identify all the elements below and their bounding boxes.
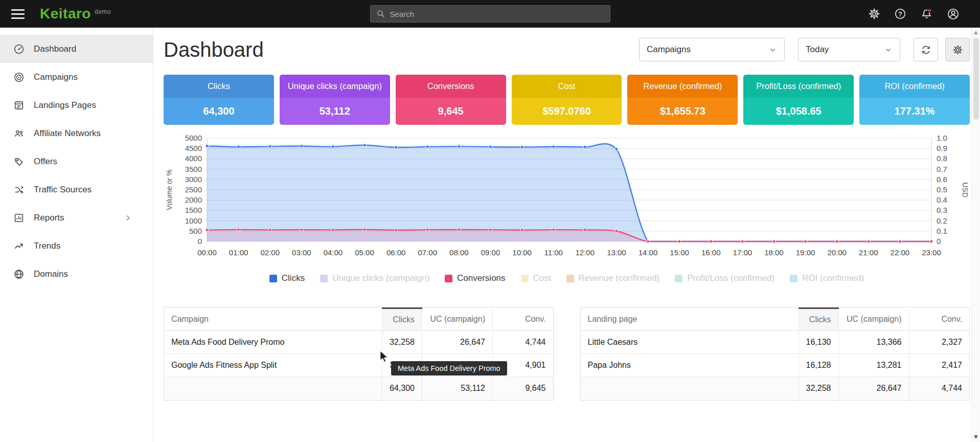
legend-label: Clicks (282, 273, 305, 283)
keitaro-logo[interactable]: Keitarodemo (40, 6, 111, 22)
scroll-up-button[interactable] (974, 31, 978, 34)
reports-icon (13, 212, 25, 224)
cell-empty (164, 377, 382, 400)
sidebar-item-domains[interactable]: Domains (0, 260, 153, 288)
legend-item-profit-loss[interactable]: Profit/Loss (confirmed) (675, 273, 774, 283)
sidebar-item-trends[interactable]: Trends (0, 232, 153, 260)
svg-text:01:00: 01:00 (229, 248, 248, 257)
svg-text:13:00: 13:00 (607, 248, 626, 257)
svg-text:1500: 1500 (185, 206, 202, 214)
account-button[interactable] (947, 8, 960, 20)
metric-label: Profit/Loss (confirmed) (743, 75, 854, 98)
cell-empty (581, 377, 799, 400)
gear-icon (868, 8, 880, 20)
metric-value: 53,112 (280, 98, 390, 125)
chevron-down-icon (768, 46, 777, 54)
sidebar-item-reports[interactable]: Reports (0, 204, 153, 232)
notifications-button[interactable] (920, 8, 933, 20)
totals-row: 32,258 26,647 4,744 (581, 377, 970, 400)
campaigns-header-clicks[interactable]: Clicks (382, 308, 422, 331)
campaigns-table: Campaign Clicks UC (campaign) Conv. Meta… (164, 307, 554, 401)
table-row[interactable]: Papa Johns 16,128 13,281 2,417 (581, 354, 970, 377)
search-input[interactable] (390, 10, 604, 18)
landings-header-landing-page[interactable]: Landing page (581, 308, 799, 331)
metric-card-conversions[interactable]: Conversions 9,645 (396, 75, 506, 125)
svg-text:20:00: 20:00 (827, 248, 847, 257)
cell-conv: 4,744 (493, 331, 553, 354)
sidebar-item-label: Landings Pages (34, 100, 96, 110)
svg-text:08:00: 08:00 (449, 248, 469, 257)
sidebar-item-label: Traffic Sources (34, 185, 92, 195)
refresh-icon (921, 45, 931, 55)
campaigns-header-conv[interactable]: Conv. (493, 308, 553, 331)
sidebar-item-affiliate-networks[interactable]: Affiliate Networks (0, 119, 153, 147)
sidebar-item-campaigns[interactable]: Campaigns (0, 63, 153, 91)
metric-card-unique-clicks[interactable]: Unique clicks (campaign) 53,112 (280, 75, 390, 125)
landings-header-uc[interactable]: UC (campaign) (838, 308, 909, 331)
metric-label: Revenue (confirmed) (627, 75, 738, 98)
legend-item-unique-clicks[interactable]: Unique clicks (campaign) (320, 273, 429, 283)
vertical-scrollbar[interactable] (971, 28, 980, 442)
legend-label: Cost (533, 273, 551, 283)
legend-item-cost[interactable]: Cost (521, 273, 551, 283)
campaigns-header-campaign[interactable]: Campaign (164, 308, 382, 331)
legend-item-clicks[interactable]: Clicks (269, 273, 305, 283)
svg-text:Volume or %: Volume or % (165, 169, 173, 210)
bell-icon (920, 8, 933, 20)
scroll-down-button[interactable] (974, 435, 978, 439)
svg-text:0.4: 0.4 (937, 195, 947, 204)
menu-icon[interactable] (11, 9, 25, 19)
date-range-select[interactable]: Today (798, 38, 900, 61)
table-row[interactable]: Meta Ads Food Delivery Promo 32,258 26,6… (164, 331, 553, 354)
campaigns-header-uc[interactable]: UC (campaign) (422, 308, 493, 331)
chevron-right-icon (124, 214, 141, 224)
landings-header-conv[interactable]: Conv. (909, 308, 969, 331)
cell-total-conv: 4,744 (909, 377, 969, 400)
legend-swatch (790, 275, 797, 282)
settings-button[interactable] (868, 8, 880, 20)
dashboard-settings-button[interactable] (945, 38, 970, 61)
trends-icon (13, 240, 25, 252)
svg-text:16:00: 16:00 (701, 248, 721, 257)
svg-text:22:00: 22:00 (891, 248, 910, 257)
chevron-down-icon (884, 46, 893, 54)
legend-swatch (445, 275, 452, 282)
metric-card-cost[interactable]: Cost $597.0760 (512, 75, 622, 125)
help-button[interactable]: ? (894, 8, 906, 20)
svg-text:2000: 2000 (185, 195, 202, 204)
legend-item-revenue[interactable]: Revenue (confirmed) (566, 273, 660, 283)
gear-icon (952, 45, 963, 55)
dashboard-chart[interactable]: 0500100015002000250030003500400045005000… (164, 133, 970, 265)
sidebar-item-label: Domains (34, 269, 68, 279)
group-by-value: Campaigns (647, 45, 691, 55)
metric-label: Conversions (396, 75, 506, 98)
svg-text:3000: 3000 (185, 175, 202, 184)
sidebar-item-label: Reports (34, 213, 64, 223)
global-search[interactable] (370, 5, 610, 23)
group-by-select[interactable]: Campaigns (639, 38, 785, 61)
legend-item-conversions[interactable]: Conversions (445, 273, 506, 283)
sidebar-item-traffic-sources[interactable]: Traffic Sources (0, 175, 153, 204)
metric-label: ROI (confirmed) (859, 75, 970, 98)
sidebar-item-dashboard[interactable]: Dashboard (0, 35, 153, 63)
metric-label: Cost (512, 75, 622, 98)
sidebar-item-landings-pages[interactable]: Landings Pages (0, 91, 153, 119)
metric-value: $1,655.73 (627, 98, 738, 125)
scroll-thumb[interactable] (973, 38, 979, 120)
metric-card-profit-loss[interactable]: Profit/Loss (confirmed) $1,058.65 (743, 75, 854, 125)
sidebar-item-offers[interactable]: Offers (0, 147, 153, 175)
legend-swatch (521, 275, 529, 282)
metric-card-roi[interactable]: ROI (confirmed) 177.31% (859, 75, 970, 125)
landings-header-clicks[interactable]: Clicks (799, 308, 838, 331)
legend-item-roi[interactable]: ROI (confirmed) (790, 273, 864, 283)
metric-card-revenue[interactable]: Revenue (confirmed) $1,655.73 (627, 75, 738, 125)
table-row[interactable]: Little Caesars 16,130 13,366 2,327 (581, 331, 970, 354)
cell-total-conv: 9,645 (493, 377, 553, 400)
landing-pages-table: Landing page Clicks UC (campaign) Conv. … (580, 307, 970, 401)
cell-total-uc: 26,647 (838, 377, 909, 400)
svg-text:4500: 4500 (185, 144, 202, 152)
metric-card-clicks[interactable]: Clicks 64,300 (164, 75, 274, 125)
metric-label: Unique clicks (campaign) (280, 75, 390, 98)
svg-text:0.1: 0.1 (937, 227, 947, 235)
refresh-button[interactable] (914, 38, 938, 61)
